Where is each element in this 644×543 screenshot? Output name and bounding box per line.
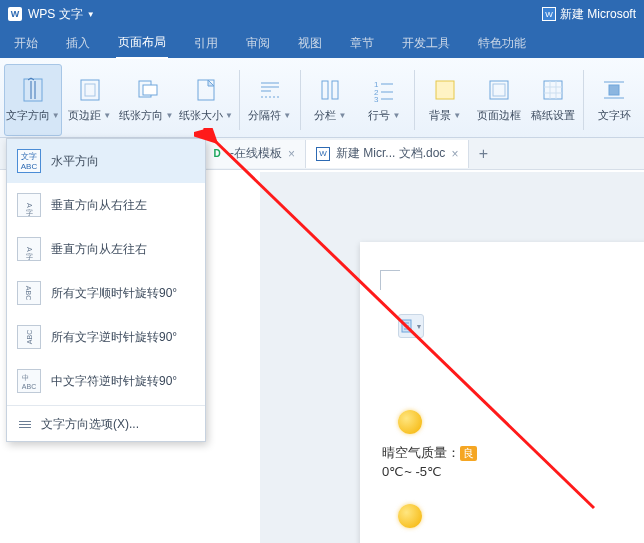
tab-review[interactable]: 审阅 bbox=[244, 29, 272, 58]
direction-vertical-ltr[interactable]: 字A 垂直方向从左往右 bbox=[7, 227, 205, 271]
direction-rotate-cw[interactable]: ABC 所有文字顺时针旋转90° bbox=[7, 271, 205, 315]
sun-icon bbox=[398, 410, 422, 434]
direction-vertical-rtl[interactable]: 字A 垂直方向从右往左 bbox=[7, 183, 205, 227]
word-icon: W bbox=[316, 147, 330, 161]
ribbon-line-numbers[interactable]: 123 行号▼ bbox=[358, 64, 410, 136]
text-direction-icon bbox=[19, 76, 47, 104]
direction-icon: 字A bbox=[17, 237, 41, 261]
svg-rect-13 bbox=[332, 81, 338, 99]
caret-icon: ▼ bbox=[52, 111, 60, 120]
doc-tab-current[interactable]: W 新建 Micr... 文档.doc × bbox=[306, 140, 469, 168]
svg-text:3: 3 bbox=[374, 95, 379, 103]
direction-rotate-ccw[interactable]: ABC 所有文字逆时针旋转90° bbox=[7, 315, 205, 359]
ribbon-paper-size[interactable]: 纸张大小▼ bbox=[177, 64, 235, 136]
ribbon-margins[interactable]: 页边距▼ bbox=[64, 64, 116, 136]
tab-special[interactable]: 特色功能 bbox=[476, 29, 528, 58]
background-icon bbox=[431, 76, 459, 104]
divider bbox=[7, 405, 205, 406]
svg-rect-23 bbox=[544, 81, 562, 99]
columns-icon bbox=[316, 76, 344, 104]
new-tab-button[interactable]: + bbox=[469, 145, 497, 163]
ribbon-text-wrap[interactable]: 文字环 bbox=[588, 64, 640, 136]
direction-options[interactable]: 文字方向选项(X)... bbox=[7, 408, 205, 441]
paper-size-icon bbox=[192, 76, 220, 104]
paper: ▼ 济南 七日 晴空气质量：良 0℃~ -5℃ 晴 2℃~ -5℃ bbox=[360, 242, 644, 543]
svg-rect-6 bbox=[143, 85, 157, 95]
doc-icon: W bbox=[542, 7, 556, 21]
document-icon bbox=[400, 319, 414, 333]
ribbon-background[interactable]: 背景▼ bbox=[419, 64, 471, 136]
page-border-icon bbox=[485, 76, 513, 104]
direction-icon: ABC bbox=[17, 325, 41, 349]
svg-rect-20 bbox=[436, 81, 454, 99]
app-menu-caret-icon[interactable]: ▼ bbox=[87, 10, 95, 19]
text-wrap-icon bbox=[600, 76, 628, 104]
close-icon[interactable]: × bbox=[451, 147, 458, 161]
grid-paper-icon bbox=[539, 76, 567, 104]
ribbon-grid-paper[interactable]: 稿纸设置 bbox=[527, 64, 579, 136]
paste-options-button[interactable]: ▼ bbox=[398, 314, 424, 338]
ribbon-page-border[interactable]: 页面边框 bbox=[473, 64, 525, 136]
direction-horizontal[interactable]: 文字ABC 水平方向 bbox=[7, 139, 205, 183]
text-direction-dropdown: 文字ABC 水平方向 字A 垂直方向从右往左 字A 垂直方向从左往右 ABC 所… bbox=[6, 138, 206, 442]
weather-label-1: 晴空气质量： bbox=[382, 445, 460, 460]
svg-rect-0 bbox=[24, 79, 42, 101]
app-icon: W bbox=[8, 7, 22, 21]
sun-icon bbox=[398, 504, 422, 528]
options-icon bbox=[19, 421, 31, 428]
ribbon-break[interactable]: 分隔符▼ bbox=[244, 64, 296, 136]
svg-rect-4 bbox=[85, 84, 95, 96]
direction-cn-ccw[interactable]: 中ABC 中文字符逆时针旋转90° bbox=[7, 359, 205, 403]
tab-devtools[interactable]: 开发工具 bbox=[400, 29, 452, 58]
tab-start[interactable]: 开始 bbox=[12, 29, 40, 58]
tab-insert[interactable]: 插入 bbox=[64, 29, 92, 58]
close-icon[interactable]: × bbox=[288, 147, 295, 161]
orientation-icon bbox=[132, 76, 160, 104]
margin-corner-icon bbox=[380, 270, 400, 290]
tab-view[interactable]: 视图 bbox=[296, 29, 324, 58]
menu-bar: 开始 插入 页面布局 引用 审阅 视图 章节 开发工具 特色功能 bbox=[0, 28, 644, 58]
line-numbers-icon: 123 bbox=[370, 76, 398, 104]
ribbon-columns[interactable]: 分栏▼ bbox=[304, 64, 356, 136]
svg-rect-28 bbox=[609, 85, 619, 95]
svg-rect-22 bbox=[493, 84, 505, 96]
ribbon-text-direction[interactable]: 文字方向▼ bbox=[4, 64, 62, 136]
template-icon: D bbox=[210, 147, 224, 161]
svg-rect-3 bbox=[81, 80, 99, 100]
weather-temp-1: 0℃~ -5℃ bbox=[382, 464, 442, 479]
margins-icon bbox=[76, 76, 104, 104]
app-title: WPS 文字 bbox=[28, 6, 83, 23]
svg-rect-12 bbox=[322, 81, 328, 99]
aqi-badge: 良 bbox=[460, 446, 477, 461]
doc-tab-template[interactable]: D -在线模板 × bbox=[200, 140, 306, 168]
direction-icon: 字A bbox=[17, 193, 41, 217]
ribbon: 文字方向▼ 页边距▼ 纸张方向▼ 纸张大小▼ 分隔符▼ 分栏▼ 123 行号▼ … bbox=[0, 58, 644, 138]
page-canvas: ▼ 济南 七日 晴空气质量：良 0℃~ -5℃ 晴 2℃~ -5℃ bbox=[260, 172, 644, 543]
break-icon bbox=[256, 76, 284, 104]
tab-page-layout[interactable]: 页面布局 bbox=[116, 28, 168, 59]
tab-section[interactable]: 章节 bbox=[348, 29, 376, 58]
title-bar: W WPS 文字 ▼ W 新建 Microsoft bbox=[0, 0, 644, 28]
ribbon-orientation[interactable]: 纸张方向▼ bbox=[118, 64, 176, 136]
direction-icon: ABC bbox=[17, 281, 41, 305]
direction-icon: 中ABC bbox=[17, 369, 41, 393]
right-doc-name: 新建 Microsoft bbox=[560, 6, 636, 23]
caret-icon: ▼ bbox=[416, 323, 423, 330]
tab-reference[interactable]: 引用 bbox=[192, 29, 220, 58]
direction-icon: 文字ABC bbox=[17, 149, 41, 173]
